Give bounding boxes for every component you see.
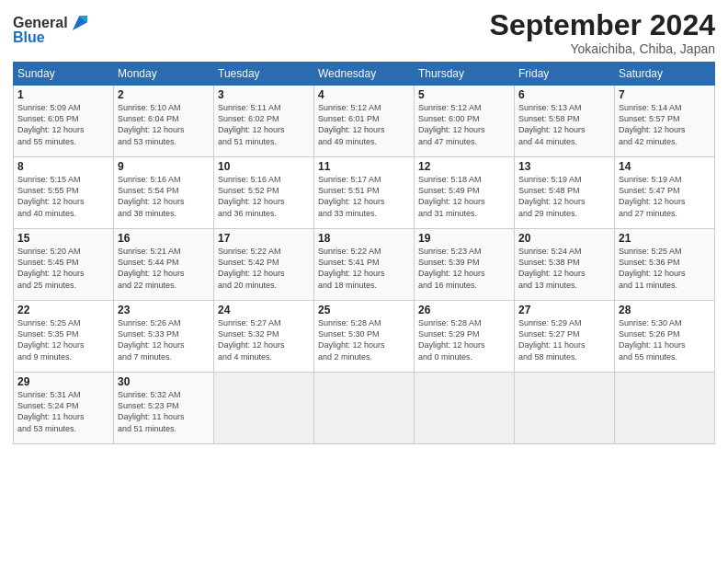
col-friday: Friday bbox=[515, 63, 615, 86]
calendar-week-2: 8Sunrise: 5:15 AM Sunset: 5:55 PM Daylig… bbox=[14, 157, 715, 229]
day-number: 7 bbox=[619, 88, 711, 101]
day-detail: Sunrise: 5:28 AM Sunset: 5:30 PM Dayligh… bbox=[318, 317, 410, 362]
logo-icon bbox=[70, 13, 90, 33]
day-number: 15 bbox=[17, 232, 109, 245]
day-number: 21 bbox=[619, 232, 711, 245]
calendar-cell: 10Sunrise: 5:16 AM Sunset: 5:52 PM Dayli… bbox=[214, 157, 314, 229]
day-detail: Sunrise: 5:14 AM Sunset: 5:57 PM Dayligh… bbox=[619, 102, 711, 147]
calendar-header-row: Sunday Monday Tuesday Wednesday Thursday… bbox=[14, 63, 715, 86]
day-detail: Sunrise: 5:18 AM Sunset: 5:49 PM Dayligh… bbox=[418, 174, 510, 219]
logo: General Blue bbox=[13, 13, 90, 46]
calendar-cell: 8Sunrise: 5:15 AM Sunset: 5:55 PM Daylig… bbox=[14, 157, 114, 229]
day-detail: Sunrise: 5:29 AM Sunset: 5:27 PM Dayligh… bbox=[518, 317, 610, 362]
calendar-cell: 22Sunrise: 5:25 AM Sunset: 5:35 PM Dayli… bbox=[14, 301, 114, 373]
day-detail: Sunrise: 5:16 AM Sunset: 5:54 PM Dayligh… bbox=[118, 174, 210, 219]
day-number: 16 bbox=[118, 232, 210, 245]
calendar-cell: 11Sunrise: 5:17 AM Sunset: 5:51 PM Dayli… bbox=[314, 157, 415, 229]
location-title: Yokaichiba, Chiba, Japan bbox=[490, 41, 715, 56]
calendar-cell: 5Sunrise: 5:12 AM Sunset: 6:00 PM Daylig… bbox=[415, 86, 515, 157]
calendar-cell: 30Sunrise: 5:32 AM Sunset: 5:23 PM Dayli… bbox=[114, 373, 214, 444]
calendar-cell: 16Sunrise: 5:21 AM Sunset: 5:44 PM Dayli… bbox=[114, 229, 214, 301]
day-number: 10 bbox=[218, 160, 310, 173]
day-number: 24 bbox=[218, 304, 310, 316]
day-number: 27 bbox=[518, 304, 610, 316]
calendar-cell: 20Sunrise: 5:24 AM Sunset: 5:38 PM Dayli… bbox=[515, 229, 615, 301]
day-detail: Sunrise: 5:10 AM Sunset: 6:04 PM Dayligh… bbox=[118, 102, 210, 147]
day-detail: Sunrise: 5:15 AM Sunset: 5:55 PM Dayligh… bbox=[17, 174, 109, 219]
day-number: 1 bbox=[17, 88, 109, 101]
calendar-cell: 14Sunrise: 5:19 AM Sunset: 5:47 PM Dayli… bbox=[615, 157, 715, 229]
header: General Blue September 2024 Yokaichiba, … bbox=[13, 9, 715, 56]
day-detail: Sunrise: 5:27 AM Sunset: 5:32 PM Dayligh… bbox=[218, 317, 310, 362]
day-detail: Sunrise: 5:12 AM Sunset: 6:01 PM Dayligh… bbox=[318, 102, 410, 147]
day-number: 8 bbox=[17, 160, 109, 173]
calendar-cell: 7Sunrise: 5:14 AM Sunset: 5:57 PM Daylig… bbox=[615, 86, 715, 157]
calendar-table: Sunday Monday Tuesday Wednesday Thursday… bbox=[13, 62, 715, 444]
day-number: 25 bbox=[318, 304, 410, 316]
day-number: 20 bbox=[518, 232, 610, 245]
day-detail: Sunrise: 5:25 AM Sunset: 5:35 PM Dayligh… bbox=[17, 317, 109, 362]
day-detail: Sunrise: 5:09 AM Sunset: 6:05 PM Dayligh… bbox=[17, 102, 109, 147]
calendar-cell: 15Sunrise: 5:20 AM Sunset: 5:45 PM Dayli… bbox=[14, 229, 114, 301]
calendar-cell bbox=[515, 373, 615, 444]
calendar-cell: 13Sunrise: 5:19 AM Sunset: 5:48 PM Dayli… bbox=[515, 157, 615, 229]
day-detail: Sunrise: 5:12 AM Sunset: 6:00 PM Dayligh… bbox=[418, 102, 510, 147]
day-number: 5 bbox=[418, 88, 510, 101]
day-number: 9 bbox=[118, 160, 210, 173]
day-detail: Sunrise: 5:19 AM Sunset: 5:48 PM Dayligh… bbox=[518, 174, 610, 219]
day-number: 3 bbox=[218, 88, 310, 101]
calendar-cell: 19Sunrise: 5:23 AM Sunset: 5:39 PM Dayli… bbox=[415, 229, 515, 301]
month-title: September 2024 bbox=[490, 9, 715, 41]
col-sunday: Sunday bbox=[14, 63, 114, 86]
calendar-cell bbox=[615, 373, 715, 444]
day-detail: Sunrise: 5:24 AM Sunset: 5:38 PM Dayligh… bbox=[518, 246, 610, 291]
day-number: 22 bbox=[17, 304, 109, 316]
day-number: 26 bbox=[418, 304, 510, 316]
main-container: General Blue September 2024 Yokaichiba, … bbox=[0, 0, 728, 454]
calendar-week-3: 15Sunrise: 5:20 AM Sunset: 5:45 PM Dayli… bbox=[14, 229, 715, 301]
day-detail: Sunrise: 5:32 AM Sunset: 5:23 PM Dayligh… bbox=[118, 389, 210, 434]
title-block: September 2024 Yokaichiba, Chiba, Japan bbox=[490, 9, 715, 56]
calendar-week-4: 22Sunrise: 5:25 AM Sunset: 5:35 PM Dayli… bbox=[14, 301, 715, 373]
day-number: 17 bbox=[218, 232, 310, 245]
day-detail: Sunrise: 5:22 AM Sunset: 5:41 PM Dayligh… bbox=[318, 246, 410, 291]
calendar-cell: 27Sunrise: 5:29 AM Sunset: 5:27 PM Dayli… bbox=[515, 301, 615, 373]
day-number: 30 bbox=[118, 375, 210, 388]
day-number: 12 bbox=[418, 160, 510, 173]
day-detail: Sunrise: 5:26 AM Sunset: 5:33 PM Dayligh… bbox=[118, 317, 210, 362]
col-thursday: Thursday bbox=[415, 63, 515, 86]
day-number: 19 bbox=[418, 232, 510, 245]
calendar-cell: 25Sunrise: 5:28 AM Sunset: 5:30 PM Dayli… bbox=[314, 301, 415, 373]
day-detail: Sunrise: 5:22 AM Sunset: 5:42 PM Dayligh… bbox=[218, 246, 310, 291]
calendar-cell: 29Sunrise: 5:31 AM Sunset: 5:24 PM Dayli… bbox=[14, 373, 114, 444]
calendar-cell: 24Sunrise: 5:27 AM Sunset: 5:32 PM Dayli… bbox=[214, 301, 314, 373]
col-saturday: Saturday bbox=[615, 63, 715, 86]
col-monday: Monday bbox=[114, 63, 214, 86]
day-number: 2 bbox=[118, 88, 210, 101]
col-wednesday: Wednesday bbox=[314, 63, 415, 86]
calendar-cell: 12Sunrise: 5:18 AM Sunset: 5:49 PM Dayli… bbox=[415, 157, 515, 229]
day-detail: Sunrise: 5:16 AM Sunset: 5:52 PM Dayligh… bbox=[218, 174, 310, 219]
calendar-cell: 28Sunrise: 5:30 AM Sunset: 5:26 PM Dayli… bbox=[615, 301, 715, 373]
logo-blue: Blue bbox=[13, 29, 45, 46]
day-detail: Sunrise: 5:23 AM Sunset: 5:39 PM Dayligh… bbox=[418, 246, 510, 291]
day-detail: Sunrise: 5:13 AM Sunset: 5:58 PM Dayligh… bbox=[518, 102, 610, 147]
day-number: 4 bbox=[318, 88, 410, 101]
day-detail: Sunrise: 5:19 AM Sunset: 5:47 PM Dayligh… bbox=[619, 174, 711, 219]
col-tuesday: Tuesday bbox=[214, 63, 314, 86]
day-detail: Sunrise: 5:30 AM Sunset: 5:26 PM Dayligh… bbox=[619, 317, 711, 362]
calendar-cell: 1Sunrise: 5:09 AM Sunset: 6:05 PM Daylig… bbox=[14, 86, 114, 157]
calendar-cell bbox=[314, 373, 415, 444]
day-detail: Sunrise: 5:25 AM Sunset: 5:36 PM Dayligh… bbox=[619, 246, 711, 291]
day-detail: Sunrise: 5:11 AM Sunset: 6:02 PM Dayligh… bbox=[218, 102, 310, 147]
day-detail: Sunrise: 5:21 AM Sunset: 5:44 PM Dayligh… bbox=[118, 246, 210, 291]
day-number: 13 bbox=[518, 160, 610, 173]
day-detail: Sunrise: 5:28 AM Sunset: 5:29 PM Dayligh… bbox=[418, 317, 510, 362]
calendar-cell bbox=[214, 373, 314, 444]
calendar-cell: 23Sunrise: 5:26 AM Sunset: 5:33 PM Dayli… bbox=[114, 301, 214, 373]
calendar-cell: 6Sunrise: 5:13 AM Sunset: 5:58 PM Daylig… bbox=[515, 86, 615, 157]
day-number: 6 bbox=[518, 88, 610, 101]
day-number: 18 bbox=[318, 232, 410, 245]
day-detail: Sunrise: 5:20 AM Sunset: 5:45 PM Dayligh… bbox=[17, 246, 109, 291]
calendar-cell: 3Sunrise: 5:11 AM Sunset: 6:02 PM Daylig… bbox=[214, 86, 314, 157]
